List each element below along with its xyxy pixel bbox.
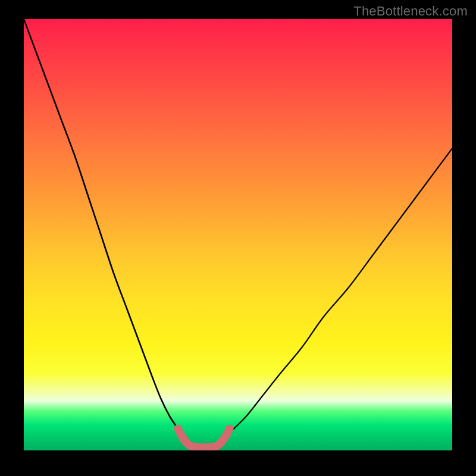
- curve-layer: [24, 19, 452, 450]
- watermark-text: TheBottleneck.com: [353, 4, 468, 19]
- curve-left: [24, 19, 189, 442]
- highlighted-marker: [226, 425, 234, 433]
- plot-area: [24, 19, 452, 450]
- chart-frame: TheBottleneck.com: [0, 0, 476, 476]
- curve-right: [219, 149, 452, 442]
